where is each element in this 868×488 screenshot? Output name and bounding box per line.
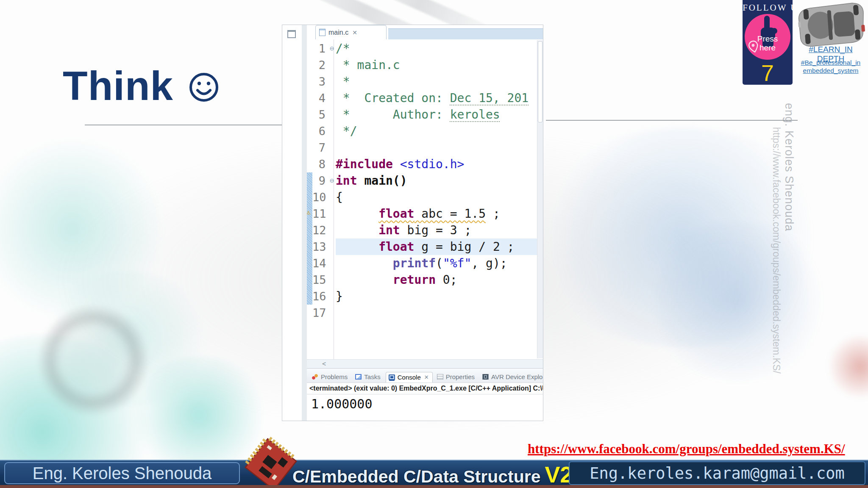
- fold-marker-icon[interactable]: ⊖: [328, 172, 336, 189]
- restore-pane-icon[interactable]: [287, 30, 296, 38]
- code-text[interactable]: /*: [336, 40, 543, 57]
- code-text[interactable]: * main.c: [336, 57, 543, 73]
- gutter-margin: [307, 40, 312, 57]
- title-text: Think: [63, 63, 173, 109]
- code-text[interactable]: int main(): [336, 172, 543, 189]
- follow-us-label: FOLLOW US: [743, 3, 793, 13]
- line-number: 17: [312, 305, 328, 321]
- line-number: 7: [312, 139, 328, 156]
- line-number: 8: [312, 156, 328, 172]
- scrollbar-thumb[interactable]: [538, 41, 542, 122]
- line-number: 9: [312, 172, 328, 189]
- bg-blob: [826, 335, 868, 398]
- code-line[interactable]: 10{: [307, 189, 543, 205]
- gutter-margin: [307, 73, 312, 90]
- code-text[interactable]: [336, 139, 543, 156]
- code-text[interactable]: }: [336, 288, 543, 305]
- code-text[interactable]: #include <stdio.h>: [336, 156, 543, 172]
- code-line[interactable]: 12 int big = 3 ;: [307, 222, 543, 238]
- author-name-box: Eng. Keroles Shenouda: [4, 462, 240, 484]
- tab-properties[interactable]: Properties: [434, 372, 478, 383]
- code-line[interactable]: 17: [307, 305, 543, 321]
- code-text[interactable]: float g = big / 2 ;: [336, 238, 543, 255]
- code-line[interactable]: 3 *: [307, 73, 543, 90]
- code-line[interactable]: 9⊖int main(): [307, 172, 543, 189]
- code-line[interactable]: 6 */: [307, 123, 543, 139]
- scroll-left-arrow-icon[interactable]: <: [307, 360, 326, 368]
- console-tab-bar: ProblemsTasksConsole✕PropertiesAVR Devic…: [307, 369, 543, 383]
- code-line[interactable]: 7: [307, 139, 543, 156]
- code-line[interactable]: 16}: [307, 288, 543, 305]
- hashtag-line: #Be_professional_in: [793, 58, 868, 67]
- console-panel: ProblemsTasksConsole✕PropertiesAVR Devic…: [307, 368, 543, 421]
- line-number: 2: [312, 57, 328, 73]
- tab-tasks[interactable]: Tasks: [353, 372, 384, 383]
- code-line[interactable]: 2 * main.c: [307, 57, 543, 73]
- tab-console[interactable]: Console✕: [386, 372, 433, 383]
- code-text[interactable]: *: [336, 73, 543, 90]
- code-text[interactable]: {: [336, 189, 543, 205]
- follow-us-badge[interactable]: FOLLOW US Press here: [743, 0, 793, 85]
- code-editor-window: main.c ✕ 1⊖/*2 * main.c3 *4 * Created on…: [282, 25, 543, 421]
- console-status-line: <terminated> (exit value: 0) EmbedXpro_C…: [307, 383, 543, 394]
- line-number: 5: [312, 106, 328, 123]
- hashtag-be-professional[interactable]: #Be_professional_in embedded_system: [793, 58, 868, 75]
- press-here-button[interactable]: Press here: [745, 14, 790, 60]
- close-icon[interactable]: ✕: [352, 29, 357, 36]
- fold-column: [328, 238, 336, 255]
- bg-blob: [644, 220, 831, 381]
- facebook-group-link[interactable]: https://www.facebook.com/groups/embedded…: [528, 441, 863, 457]
- footer-banner: Eng. Keroles Shenouda C/Embedded C/Data …: [0, 460, 868, 485]
- code-text[interactable]: int big = 3 ;: [336, 222, 543, 238]
- email-box: Eng.keroles.karam@gmail.com: [569, 461, 865, 485]
- code-line[interactable]: 8#include <stdio.h>: [307, 156, 543, 172]
- code-line[interactable]: 14 printf("%f", g);: [307, 255, 543, 272]
- code-text[interactable]: * Author: keroles: [336, 106, 543, 123]
- close-icon[interactable]: ✕: [424, 374, 429, 380]
- code-line[interactable]: 13 float g = big / 2 ;: [307, 238, 543, 255]
- tab-main-c[interactable]: main.c ✕: [315, 25, 387, 39]
- gutter-margin: [307, 305, 312, 321]
- selection-range-bar: [307, 172, 312, 189]
- code-text[interactable]: [336, 305, 543, 321]
- properties-icon: [437, 374, 443, 380]
- editor-main: main.c ✕ 1⊖/*2 * main.c3 *4 * Created on…: [307, 25, 543, 421]
- selection-range-bar: [307, 238, 312, 255]
- divider-line: [546, 120, 798, 121]
- editor-vertical-scrollbar[interactable]: [537, 40, 543, 358]
- code-text[interactable]: return 0;: [336, 272, 543, 288]
- chip-icon: [482, 374, 489, 380]
- hashtag-line: embedded_system: [793, 67, 868, 75]
- tasks-icon: [355, 374, 362, 380]
- collapsed-pane[interactable]: [282, 25, 302, 421]
- tab-problems[interactable]: Problems: [309, 372, 351, 383]
- line-number: 10: [312, 189, 328, 205]
- tab-avr-device-explorer[interactable]: AVR Device Explorer: [480, 372, 543, 383]
- slide-number: 7: [743, 61, 793, 85]
- code-line[interactable]: 4 * Created on: Dec 15, 201: [307, 90, 543, 106]
- car-top-view-image: [793, 0, 868, 51]
- editor-horizontal-scrollbar[interactable]: <: [307, 359, 543, 368]
- smiley-icon: [188, 71, 220, 105]
- tab-label: main.c: [328, 29, 348, 36]
- code-line[interactable]: 5 * Author: keroles: [307, 106, 543, 123]
- code-text[interactable]: float abc = 1.5 ;: [336, 205, 543, 222]
- code-text[interactable]: * Created on: Dec 15, 201: [336, 90, 543, 106]
- selection-range-bar: [307, 222, 312, 238]
- problems-icon: [312, 374, 318, 380]
- code-line[interactable]: 1⊖/*: [307, 40, 543, 57]
- code-line[interactable]: ⚠11 float abc = 1.5 ;: [307, 205, 543, 222]
- console-icon: [389, 374, 395, 380]
- gutter-margin: [307, 123, 312, 139]
- code-text[interactable]: */: [336, 123, 543, 139]
- code-line[interactable]: 15 return 0;: [307, 272, 543, 288]
- line-number: 4: [312, 90, 328, 106]
- fold-marker-icon[interactable]: ⊖: [328, 40, 336, 57]
- fold-column: [328, 222, 336, 238]
- code-text[interactable]: printf("%f", g);: [336, 255, 543, 272]
- bottom-edge-strip: [0, 485, 868, 488]
- code-area[interactable]: 1⊖/*2 * main.c3 *4 * Created on: Dec 15,…: [307, 39, 543, 359]
- pane-divider: [302, 25, 307, 421]
- fold-column: [328, 73, 336, 90]
- line-number: 3: [312, 73, 328, 90]
